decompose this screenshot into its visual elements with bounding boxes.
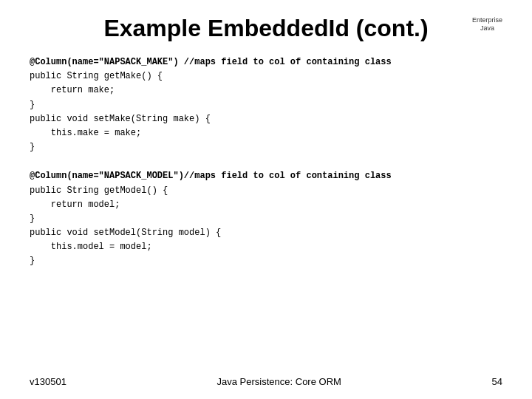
slide-header: Example EmbeddedId (cont.) Enterprise Ja… [30,15,502,42]
code-line: public String getMake() { [30,69,502,83]
code-line: } [30,140,502,154]
footer-center-title: Java Persistence: Core ORM [217,376,341,387]
enterprise-badge: Enterprise Java [472,16,502,33]
code-line: public void setMake(String make) { [30,112,502,126]
code-line: return make; [30,83,502,98]
code-line: } [30,254,502,268]
code-line: @Column(name="NAPSACK_MODEL")//maps fiel… [30,169,502,183]
code-line: this.model = model; [30,240,502,254]
badge-line1: Enterprise [472,16,502,24]
code-line: public void setModel(String model) { [30,226,502,240]
slide: Example EmbeddedId (cont.) Enterprise Ja… [0,0,532,399]
code-line: @Column(name="NAPSACK_MAKE") //maps fiel… [30,55,502,69]
code-block-1: @Column(name="NAPSACK_MAKE") //maps fiel… [30,55,502,154]
badge-line2: Java [480,24,494,32]
footer-page-number: 54 [492,376,502,387]
slide-footer: v130501 Java Persistence: Core ORM 54 [30,376,502,387]
code-bold-annotation: @Column(name="NAPSACK_MAKE") //maps fiel… [30,57,392,67]
slide-title: Example EmbeddedId (cont.) [30,15,502,42]
code-line: public String getModel() { [30,184,502,198]
code-block-2: @Column(name="NAPSACK_MODEL")//maps fiel… [30,169,502,268]
footer-version: v130501 [30,376,66,387]
code-line: return model; [30,198,502,212]
code-line: } [30,212,502,226]
code-bold-annotation2: @Column(name="NAPSACK_MODEL")//maps fiel… [30,171,392,181]
code-line: } [30,98,502,112]
code-line: this.make = make; [30,126,502,140]
